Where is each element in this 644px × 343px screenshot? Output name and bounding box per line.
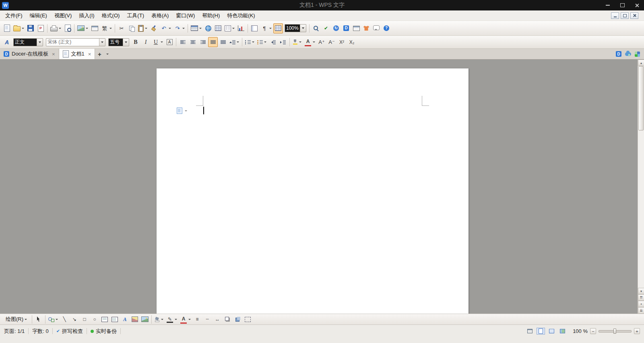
export-image-button[interactable]: [76, 23, 89, 33]
chinese-convert-button[interactable]: 繁: [100, 23, 113, 33]
zoom-slider-thumb[interactable]: [613, 329, 616, 334]
select-browse-object-button[interactable]: ●: [638, 301, 644, 307]
draw-menu-button[interactable]: 绘图(R): [2, 315, 30, 324]
word-count[interactable]: 字数: 0: [32, 328, 48, 335]
align-left-button[interactable]: [178, 37, 188, 47]
decrease-indent-button[interactable]: [268, 37, 278, 47]
open-button[interactable]: [12, 23, 25, 33]
doc-minimize-button[interactable]: [611, 12, 619, 19]
style-combo[interactable]: 正文: [13, 38, 43, 46]
align-right-button[interactable]: [198, 37, 208, 47]
document-page[interactable]: [157, 68, 469, 314]
chevron-down-icon[interactable]: [264, 41, 266, 43]
select-objects-button[interactable]: [34, 315, 43, 324]
view-page-button[interactable]: [537, 328, 545, 335]
autoshapes-button[interactable]: [47, 315, 59, 324]
subscript-button[interactable]: X₂: [347, 37, 357, 47]
line-color-button[interactable]: ✎: [165, 315, 178, 324]
zoom-slider[interactable]: [599, 330, 632, 333]
full-screen-button[interactable]: [90, 23, 99, 33]
export-pdf-button[interactable]: P: [36, 23, 45, 33]
fill-color-button[interactable]: [153, 315, 165, 324]
insert-hyperlink-button[interactable]: [203, 23, 213, 33]
vertical-scrollbar[interactable]: ▲ ▼ ⇈ ● ⇊: [638, 60, 644, 314]
font-size-dropdown-arrow-icon[interactable]: [123, 39, 129, 46]
spell-check-status[interactable]: ✔ 拼写检查: [56, 328, 83, 335]
chevron-down-icon[interactable]: [22, 28, 24, 29]
close-button[interactable]: [630, 0, 644, 10]
maximize-button[interactable]: [615, 0, 630, 10]
menu-features[interactable]: 特色功能(K): [223, 10, 258, 21]
chevron-down-icon[interactable]: [161, 319, 163, 320]
close-tab-icon[interactable]: ×: [88, 51, 91, 57]
show-formatting-marks-button[interactable]: ¶: [260, 23, 273, 33]
align-distribute-button[interactable]: [218, 37, 228, 47]
paste-button[interactable]: [137, 23, 149, 33]
3d-style-button[interactable]: [233, 315, 242, 324]
new-tab-button[interactable]: +: [95, 49, 104, 59]
columns-button[interactable]: [223, 23, 236, 33]
minimize-button[interactable]: [601, 0, 615, 10]
shadow-style-button[interactable]: [223, 315, 232, 324]
research-button[interactable]: ↻: [331, 23, 341, 33]
previous-page-button[interactable]: ⇈: [638, 294, 644, 301]
font-color-button[interactable]: A: [303, 37, 316, 47]
new-document-button[interactable]: [2, 23, 12, 33]
chevron-down-icon[interactable]: [145, 28, 147, 29]
styles-pane-button[interactable]: A: [2, 37, 12, 47]
tab-list-button[interactable]: [104, 49, 110, 59]
clip-art-button[interactable]: [130, 315, 140, 324]
align-justify-button[interactable]: [208, 37, 218, 47]
menu-view[interactable]: 视图(V): [51, 10, 75, 21]
insert-table-button[interactable]: [190, 23, 203, 33]
docer-entry-button[interactable]: D: [616, 51, 621, 57]
close-tab-icon[interactable]: ×: [52, 51, 55, 57]
view-fullscreen-button[interactable]: [526, 328, 534, 335]
font-color-button[interactable]: A: [179, 315, 192, 324]
underline-button[interactable]: U: [151, 37, 164, 47]
view-web-button[interactable]: [558, 328, 567, 335]
table-borders-button[interactable]: [213, 23, 223, 33]
chevron-down-icon[interactable]: [232, 28, 235, 29]
chevron-down-icon[interactable]: [86, 28, 88, 29]
chevron-down-icon[interactable]: [269, 28, 272, 29]
zoom-out-button[interactable]: −: [590, 328, 596, 334]
undo-button[interactable]: ↶: [159, 23, 172, 33]
window-switch-button[interactable]: [635, 52, 640, 57]
bullets-button[interactable]: [256, 37, 268, 47]
menu-tools[interactable]: 工具(T): [123, 10, 148, 21]
format-painter-button[interactable]: [149, 23, 159, 33]
increase-indent-button[interactable]: [278, 37, 288, 47]
scroll-up-button[interactable]: ▲: [638, 60, 644, 66]
menu-insert[interactable]: 插入(I): [75, 10, 98, 21]
font-size-combo[interactable]: 五号: [108, 38, 129, 46]
chevron-down-icon[interactable]: [169, 28, 171, 29]
chevron-down-icon[interactable]: [161, 41, 163, 43]
word-art-button[interactable]: A: [120, 315, 130, 324]
cloud-sync-button[interactable]: [625, 52, 631, 56]
chevron-down-icon[interactable]: [175, 319, 177, 320]
chevron-down-icon[interactable]: [56, 319, 58, 320]
font-dropdown-arrow-icon[interactable]: [99, 39, 105, 46]
menu-format[interactable]: 格式(O): [98, 10, 124, 21]
print-preview-button[interactable]: [63, 23, 72, 33]
chevron-down-icon[interactable]: [182, 28, 185, 29]
chevron-down-icon[interactable]: [199, 28, 202, 29]
shrink-font-button[interactable]: A⁻: [327, 37, 336, 47]
rectangle-button[interactable]: □: [80, 315, 89, 324]
copy-button[interactable]: [127, 23, 136, 33]
find-replace-button[interactable]: [311, 23, 321, 33]
tab-document1[interactable]: 文档1 ×: [59, 49, 95, 59]
grow-font-button[interactable]: A⁺: [317, 37, 326, 47]
scroll-down-button[interactable]: ▼: [638, 288, 644, 294]
next-page-button[interactable]: ⇊: [638, 307, 644, 314]
arrow-button[interactable]: ↘: [70, 315, 79, 324]
menu-file[interactable]: 文件(F): [2, 10, 26, 21]
print-button[interactable]: [49, 23, 62, 33]
font-combo[interactable]: 宋体 (正文): [46, 38, 105, 46]
italic-button[interactable]: I: [141, 37, 151, 47]
line-style-button[interactable]: ≡: [192, 315, 202, 324]
chevron-down-icon[interactable]: [25, 319, 27, 320]
screenshot-button[interactable]: [351, 23, 361, 33]
chevron-down-icon[interactable]: [188, 319, 191, 320]
